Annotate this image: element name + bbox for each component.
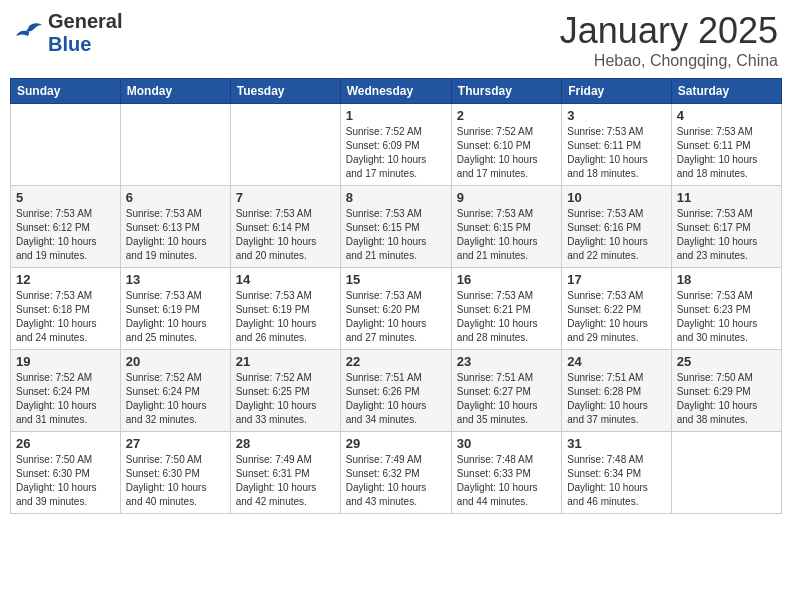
calendar-cell: 23Sunrise: 7:51 AM Sunset: 6:27 PM Dayli… xyxy=(451,350,561,432)
calendar-week-row: 19Sunrise: 7:52 AM Sunset: 6:24 PM Dayli… xyxy=(11,350,782,432)
day-number: 15 xyxy=(346,272,446,287)
calendar-cell xyxy=(230,104,340,186)
day-info: Sunrise: 7:53 AM Sunset: 6:19 PM Dayligh… xyxy=(236,289,335,345)
day-info: Sunrise: 7:52 AM Sunset: 6:24 PM Dayligh… xyxy=(126,371,225,427)
calendar-week-row: 5Sunrise: 7:53 AM Sunset: 6:12 PM Daylig… xyxy=(11,186,782,268)
day-info: Sunrise: 7:53 AM Sunset: 6:21 PM Dayligh… xyxy=(457,289,556,345)
day-info: Sunrise: 7:53 AM Sunset: 6:22 PM Dayligh… xyxy=(567,289,665,345)
calendar-table: SundayMondayTuesdayWednesdayThursdayFrid… xyxy=(10,78,782,514)
calendar-cell: 30Sunrise: 7:48 AM Sunset: 6:33 PM Dayli… xyxy=(451,432,561,514)
calendar-cell: 13Sunrise: 7:53 AM Sunset: 6:19 PM Dayli… xyxy=(120,268,230,350)
logo-blue-text: Blue xyxy=(48,33,91,55)
weekday-header-friday: Friday xyxy=(562,79,671,104)
day-number: 2 xyxy=(457,108,556,123)
calendar-week-row: 26Sunrise: 7:50 AM Sunset: 6:30 PM Dayli… xyxy=(11,432,782,514)
calendar-cell: 11Sunrise: 7:53 AM Sunset: 6:17 PM Dayli… xyxy=(671,186,781,268)
calendar-cell: 19Sunrise: 7:52 AM Sunset: 6:24 PM Dayli… xyxy=(11,350,121,432)
day-info: Sunrise: 7:53 AM Sunset: 6:17 PM Dayligh… xyxy=(677,207,776,263)
calendar-cell: 1Sunrise: 7:52 AM Sunset: 6:09 PM Daylig… xyxy=(340,104,451,186)
day-info: Sunrise: 7:53 AM Sunset: 6:20 PM Dayligh… xyxy=(346,289,446,345)
calendar-cell: 29Sunrise: 7:49 AM Sunset: 6:32 PM Dayli… xyxy=(340,432,451,514)
calendar-cell: 18Sunrise: 7:53 AM Sunset: 6:23 PM Dayli… xyxy=(671,268,781,350)
day-number: 22 xyxy=(346,354,446,369)
day-info: Sunrise: 7:53 AM Sunset: 6:14 PM Dayligh… xyxy=(236,207,335,263)
calendar-cell: 4Sunrise: 7:53 AM Sunset: 6:11 PM Daylig… xyxy=(671,104,781,186)
day-info: Sunrise: 7:51 AM Sunset: 6:26 PM Dayligh… xyxy=(346,371,446,427)
day-info: Sunrise: 7:53 AM Sunset: 6:12 PM Dayligh… xyxy=(16,207,115,263)
calendar-cell: 24Sunrise: 7:51 AM Sunset: 6:28 PM Dayli… xyxy=(562,350,671,432)
day-number: 10 xyxy=(567,190,665,205)
weekday-header-sunday: Sunday xyxy=(11,79,121,104)
day-number: 24 xyxy=(567,354,665,369)
calendar-cell: 31Sunrise: 7:48 AM Sunset: 6:34 PM Dayli… xyxy=(562,432,671,514)
day-number: 11 xyxy=(677,190,776,205)
day-info: Sunrise: 7:53 AM Sunset: 6:16 PM Dayligh… xyxy=(567,207,665,263)
calendar-cell: 21Sunrise: 7:52 AM Sunset: 6:25 PM Dayli… xyxy=(230,350,340,432)
weekday-header-thursday: Thursday xyxy=(451,79,561,104)
day-number: 1 xyxy=(346,108,446,123)
calendar-cell: 7Sunrise: 7:53 AM Sunset: 6:14 PM Daylig… xyxy=(230,186,340,268)
day-info: Sunrise: 7:52 AM Sunset: 6:25 PM Dayligh… xyxy=(236,371,335,427)
day-info: Sunrise: 7:53 AM Sunset: 6:19 PM Dayligh… xyxy=(126,289,225,345)
day-number: 25 xyxy=(677,354,776,369)
day-number: 29 xyxy=(346,436,446,451)
day-info: Sunrise: 7:52 AM Sunset: 6:24 PM Dayligh… xyxy=(16,371,115,427)
logo-general-text: General xyxy=(48,10,122,32)
day-info: Sunrise: 7:51 AM Sunset: 6:28 PM Dayligh… xyxy=(567,371,665,427)
calendar-cell: 3Sunrise: 7:53 AM Sunset: 6:11 PM Daylig… xyxy=(562,104,671,186)
weekday-header-tuesday: Tuesday xyxy=(230,79,340,104)
day-number: 8 xyxy=(346,190,446,205)
calendar-cell: 15Sunrise: 7:53 AM Sunset: 6:20 PM Dayli… xyxy=(340,268,451,350)
day-info: Sunrise: 7:53 AM Sunset: 6:15 PM Dayligh… xyxy=(346,207,446,263)
calendar-cell: 10Sunrise: 7:53 AM Sunset: 6:16 PM Dayli… xyxy=(562,186,671,268)
calendar-cell: 9Sunrise: 7:53 AM Sunset: 6:15 PM Daylig… xyxy=(451,186,561,268)
day-info: Sunrise: 7:50 AM Sunset: 6:29 PM Dayligh… xyxy=(677,371,776,427)
day-number: 13 xyxy=(126,272,225,287)
day-number: 28 xyxy=(236,436,335,451)
day-number: 6 xyxy=(126,190,225,205)
day-info: Sunrise: 7:48 AM Sunset: 6:34 PM Dayligh… xyxy=(567,453,665,509)
calendar-cell xyxy=(671,432,781,514)
day-info: Sunrise: 7:49 AM Sunset: 6:31 PM Dayligh… xyxy=(236,453,335,509)
day-info: Sunrise: 7:50 AM Sunset: 6:30 PM Dayligh… xyxy=(16,453,115,509)
day-info: Sunrise: 7:53 AM Sunset: 6:13 PM Dayligh… xyxy=(126,207,225,263)
calendar-cell: 5Sunrise: 7:53 AM Sunset: 6:12 PM Daylig… xyxy=(11,186,121,268)
day-info: Sunrise: 7:50 AM Sunset: 6:30 PM Dayligh… xyxy=(126,453,225,509)
day-number: 3 xyxy=(567,108,665,123)
calendar-cell: 20Sunrise: 7:52 AM Sunset: 6:24 PM Dayli… xyxy=(120,350,230,432)
day-number: 17 xyxy=(567,272,665,287)
calendar-cell: 6Sunrise: 7:53 AM Sunset: 6:13 PM Daylig… xyxy=(120,186,230,268)
day-info: Sunrise: 7:48 AM Sunset: 6:33 PM Dayligh… xyxy=(457,453,556,509)
logo: General Blue xyxy=(14,10,122,56)
day-info: Sunrise: 7:53 AM Sunset: 6:11 PM Dayligh… xyxy=(677,125,776,181)
day-number: 31 xyxy=(567,436,665,451)
day-number: 14 xyxy=(236,272,335,287)
weekday-header-saturday: Saturday xyxy=(671,79,781,104)
calendar-week-row: 12Sunrise: 7:53 AM Sunset: 6:18 PM Dayli… xyxy=(11,268,782,350)
weekday-header-row: SundayMondayTuesdayWednesdayThursdayFrid… xyxy=(11,79,782,104)
calendar-cell: 2Sunrise: 7:52 AM Sunset: 6:10 PM Daylig… xyxy=(451,104,561,186)
calendar-cell: 26Sunrise: 7:50 AM Sunset: 6:30 PM Dayli… xyxy=(11,432,121,514)
day-info: Sunrise: 7:53 AM Sunset: 6:11 PM Dayligh… xyxy=(567,125,665,181)
calendar-cell: 14Sunrise: 7:53 AM Sunset: 6:19 PM Dayli… xyxy=(230,268,340,350)
day-number: 5 xyxy=(16,190,115,205)
day-number: 20 xyxy=(126,354,225,369)
calendar-cell xyxy=(120,104,230,186)
day-info: Sunrise: 7:52 AM Sunset: 6:09 PM Dayligh… xyxy=(346,125,446,181)
location-subtitle: Hebao, Chongqing, China xyxy=(560,52,778,70)
day-info: Sunrise: 7:53 AM Sunset: 6:15 PM Dayligh… xyxy=(457,207,556,263)
day-number: 7 xyxy=(236,190,335,205)
day-number: 12 xyxy=(16,272,115,287)
calendar-cell: 16Sunrise: 7:53 AM Sunset: 6:21 PM Dayli… xyxy=(451,268,561,350)
day-number: 4 xyxy=(677,108,776,123)
calendar-cell: 12Sunrise: 7:53 AM Sunset: 6:18 PM Dayli… xyxy=(11,268,121,350)
day-number: 19 xyxy=(16,354,115,369)
day-number: 9 xyxy=(457,190,556,205)
month-title: January 2025 xyxy=(560,10,778,52)
day-info: Sunrise: 7:53 AM Sunset: 6:18 PM Dayligh… xyxy=(16,289,115,345)
calendar-cell: 25Sunrise: 7:50 AM Sunset: 6:29 PM Dayli… xyxy=(671,350,781,432)
calendar-cell: 8Sunrise: 7:53 AM Sunset: 6:15 PM Daylig… xyxy=(340,186,451,268)
weekday-header-monday: Monday xyxy=(120,79,230,104)
page-header: General Blue January 2025 Hebao, Chongqi… xyxy=(10,10,782,70)
day-number: 16 xyxy=(457,272,556,287)
